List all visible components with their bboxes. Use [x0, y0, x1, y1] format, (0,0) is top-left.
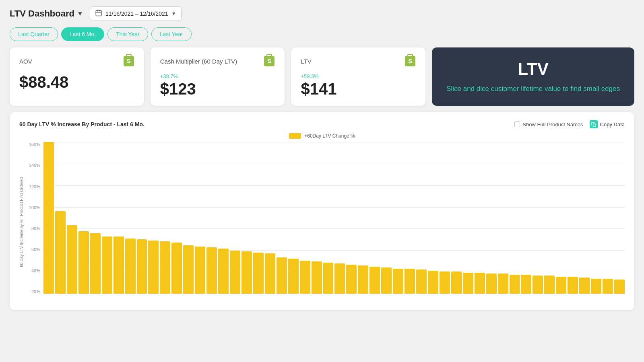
chart-inner: 60 Day LTV Increase by % - Product First… [19, 142, 625, 302]
shopify-icon-aov: S [123, 56, 134, 67]
y-axis-tick: 160% [29, 142, 40, 147]
chart-bar[interactable] [160, 241, 170, 294]
chart-bar[interactable] [556, 277, 566, 294]
chart-bar[interactable] [277, 257, 287, 294]
title-chevron-icon[interactable]: ▼ [77, 10, 83, 17]
chart-bar[interactable] [312, 261, 322, 294]
chart-bar[interactable] [405, 269, 415, 294]
top-row: AOV S $88.48 Cash Multiplier (60 Day LTV… [10, 47, 634, 106]
chart-header: 60 Day LTV % Increase By Product - Last … [19, 120, 625, 128]
y-axis-tick: 40% [31, 268, 40, 273]
chart-bar[interactable] [265, 253, 275, 294]
chart-bar[interactable] [218, 249, 229, 294]
chart-bar[interactable] [230, 251, 240, 294]
card-header-cash-multiplier: Cash Multiplier (60 Day LTV) S [160, 56, 275, 67]
chart-bar[interactable] [440, 272, 450, 294]
cash-multiplier-title: Cash Multiplier (60 Day LTV) [160, 58, 237, 65]
chart-bar[interactable] [334, 263, 345, 294]
chart-bar[interactable] [300, 261, 310, 294]
tab-btn-last-6-mo[interactable]: Last 6 Mo. [61, 27, 104, 41]
ltv-value: $141 [301, 80, 416, 98]
tab-btn-this-year[interactable]: This Year [107, 27, 148, 41]
chart-bar[interactable] [486, 274, 497, 294]
chart-bar[interactable] [183, 245, 194, 294]
shopify-bag-icon-ltv: S [405, 56, 415, 66]
y-axis-label: 60 Day LTV Increase by % - Product First… [19, 142, 24, 302]
chart-bar[interactable] [381, 267, 392, 294]
chart-bar[interactable] [428, 271, 438, 294]
chart-section: 60 Day LTV % Increase By Product - Last … [10, 112, 634, 310]
cash-multiplier-value: $123 [160, 80, 275, 98]
chart-bar[interactable] [90, 233, 101, 294]
show-names-label[interactable]: Show Full Product Names [514, 121, 583, 128]
y-axis-tick: 140% [29, 163, 40, 168]
title-area: LTV Dashboard ▼ [10, 8, 83, 19]
chart-bar[interactable] [137, 239, 147, 294]
chart-bar[interactable] [568, 277, 578, 294]
chart-bar[interactable] [148, 241, 159, 294]
promo-title: LTV [518, 60, 548, 79]
chart-bar[interactable] [510, 275, 520, 294]
copy-data-button[interactable]: Copy Data [590, 120, 625, 128]
chart-bar[interactable] [242, 251, 252, 294]
shopify-bag-icon: S [124, 56, 134, 66]
chart-bar[interactable] [475, 273, 485, 294]
promo-card: LTV Slice and dice customer lifetime val… [432, 47, 634, 106]
y-axis-container: 60 Day LTV Increase by % - Product First… [19, 142, 43, 302]
chart-bar[interactable] [416, 269, 427, 294]
chart-title: 60 Day LTV % Increase By Product - Last … [19, 121, 144, 128]
chart-bar[interactable] [591, 279, 601, 294]
calendar-icon [95, 9, 102, 18]
chart-bar[interactable] [78, 231, 89, 294]
svg-rect-4 [593, 124, 596, 127]
filter-tabs: Last QuarterLast 6 Mo.This YearLast Year [0, 27, 644, 47]
chart-bar[interactable] [323, 263, 334, 294]
chart-bar[interactable] [43, 142, 54, 294]
card-header-aov: AOV S [19, 56, 134, 67]
chart-container: +60Day LTV Change % 60 Day LTV Increase … [19, 133, 625, 302]
y-axis-tick: 120% [29, 184, 40, 189]
metric-cards: AOV S $88.48 Cash Multiplier (60 Day LTV… [10, 47, 425, 106]
chart-bar[interactable] [253, 253, 264, 294]
copy-icon [590, 120, 598, 128]
chart-bar[interactable] [498, 274, 508, 294]
tab-btn-last-year[interactable]: Last Year [151, 27, 192, 41]
ltv-value-group: +59.3% $141 [301, 73, 416, 98]
chart-bar[interactable] [195, 247, 205, 294]
legend-label-text: +60Day LTV Change % [304, 133, 355, 139]
chart-bar[interactable] [125, 239, 136, 294]
chart-bar[interactable] [393, 269, 403, 294]
chart-bar[interactable] [288, 259, 299, 294]
y-axis: 160%140%120%100%80%60%40%20% [25, 142, 43, 302]
show-names-checkbox[interactable] [514, 121, 520, 127]
chart-bar[interactable] [463, 273, 473, 294]
aov-title: AOV [19, 58, 32, 65]
chart-bar[interactable] [67, 225, 77, 294]
chart-bar[interactable] [114, 237, 124, 294]
chart-bar[interactable] [603, 279, 613, 294]
shopify-bag-icon-cash: S [264, 56, 275, 66]
tab-btn-last-quarter[interactable]: Last Quarter [10, 27, 58, 41]
chart-bar[interactable] [614, 280, 625, 294]
date-picker[interactable]: 11/16/2021 – 12/16/2021 ▼ [90, 6, 182, 21]
y-axis-tick: 80% [31, 226, 40, 231]
ltv-change: +59.3% [301, 73, 416, 79]
chart-bar[interactable] [451, 272, 462, 294]
shopify-icon-cash: S [264, 56, 275, 67]
chart-bar[interactable] [346, 265, 357, 294]
chart-bar[interactable] [544, 276, 555, 294]
chart-bar[interactable] [102, 237, 112, 294]
chart-bar[interactable] [171, 243, 182, 294]
chart-bar[interactable] [206, 247, 217, 294]
bars-area [43, 142, 625, 302]
legend-color-bar [289, 133, 301, 139]
chart-bar[interactable] [358, 265, 368, 294]
show-names-text: Show Full Product Names [522, 121, 583, 128]
chart-bar[interactable] [369, 267, 380, 294]
chart-bar[interactable] [533, 276, 543, 294]
chart-bar[interactable] [55, 211, 66, 294]
main-content: AOV S $88.48 Cash Multiplier (60 Day LTV… [0, 47, 644, 310]
chart-bar[interactable] [579, 278, 590, 294]
date-picker-chevron-icon: ▼ [171, 11, 176, 16]
chart-bar[interactable] [521, 275, 531, 294]
